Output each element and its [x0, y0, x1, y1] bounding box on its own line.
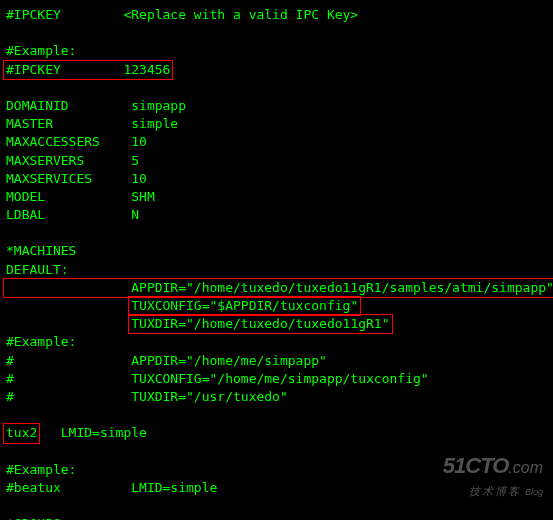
- highlight-ipckey: #IPCKEY 123456: [3, 60, 173, 80]
- cfg-line: MAXSERVERS 5: [6, 153, 139, 168]
- cfg-line: *MACHINES: [6, 243, 76, 258]
- cfg-line: *GROUPS: [6, 516, 61, 520]
- highlight-appdir: APPDIR="/home/tuxedo/tuxedo11gR1/samples…: [3, 278, 553, 298]
- terminal-output: #IPCKEY <Replace with a valid IPC Key> #…: [6, 6, 547, 520]
- cfg-line: MODEL SHM: [6, 189, 155, 204]
- cfg-line: #Example:: [6, 334, 76, 349]
- cfg-line: #IPCKEY <Replace with a valid IPC Key>: [6, 7, 358, 22]
- cfg-line: # TUXDIR="/usr/tuxedo": [6, 389, 288, 404]
- cfg-line: DEFAULT:: [6, 262, 69, 277]
- cfg-line: MASTER simple: [6, 116, 178, 131]
- cfg-line: LDBAL N: [6, 207, 139, 222]
- cfg-line: MAXSERVICES 10: [6, 171, 147, 186]
- highlight-tuxconfig: TUXCONFIG="$APPDIR/tuxconfig": [128, 296, 361, 316]
- cfg-line: # APPDIR="/home/me/simpapp": [6, 353, 327, 368]
- watermark: 51CTO.com 技术博客 Blog: [443, 451, 543, 500]
- cfg-line: #Example:: [6, 43, 76, 58]
- cfg-line: DOMAINID simpapp: [6, 98, 186, 113]
- cfg-line: #beatux LMID=simple: [6, 480, 217, 495]
- highlight-tuxdir: TUXDIR="/home/tuxedo/tuxedo11gR1": [128, 314, 392, 334]
- cfg-line: LMID=simple: [37, 425, 147, 440]
- highlight-hostname: tux2: [3, 423, 40, 443]
- cfg-line: # TUXCONFIG="/home/me/simpapp/tuxconfig": [6, 371, 429, 386]
- cfg-line: #Example:: [6, 462, 76, 477]
- cfg-line: MAXACCESSERS 10: [6, 134, 147, 149]
